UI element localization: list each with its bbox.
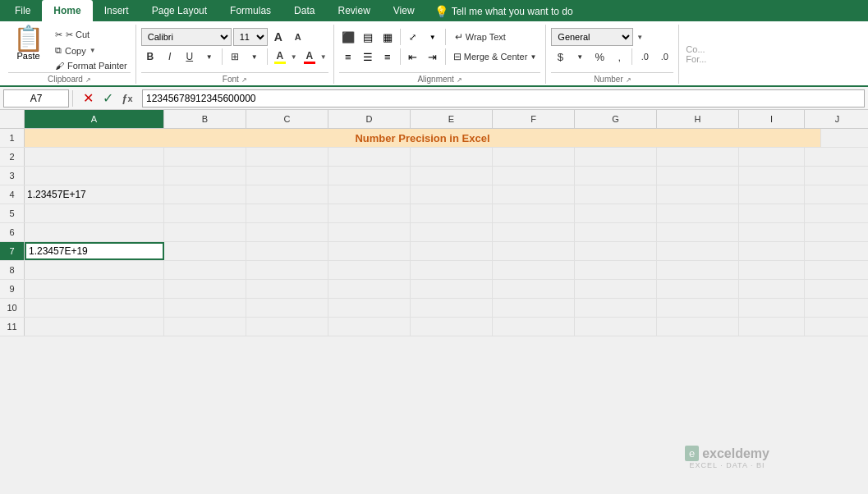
cell-g11[interactable] <box>575 318 657 336</box>
cell-f2[interactable] <box>493 148 575 166</box>
cell-c9[interactable] <box>246 280 328 298</box>
cell-d9[interactable] <box>328 280 411 298</box>
cell-f4[interactable] <box>493 185 575 204</box>
cell-a9[interactable] <box>25 280 164 298</box>
font-color-button[interactable]: A <box>301 48 319 66</box>
cell-i8[interactable] <box>739 261 805 279</box>
formula-input[interactable] <box>142 89 865 107</box>
clipboard-group-label[interactable]: Clipboard ↗ <box>8 72 131 84</box>
cell-c4[interactable] <box>246 185 328 204</box>
cell-a4[interactable]: 1.23457E+17 <box>25 185 164 204</box>
cell-j10[interactable] <box>805 299 868 317</box>
cell-c5[interactable] <box>246 204 328 222</box>
currency-dropdown[interactable]: ▼ <box>571 48 589 66</box>
cell-i10[interactable] <box>739 299 805 317</box>
cell-f11[interactable] <box>493 318 575 336</box>
decrease-decimal-button[interactable]: .0 <box>655 48 673 66</box>
cell-h2[interactable] <box>657 148 739 166</box>
cell-g8[interactable] <box>575 261 657 279</box>
col-header-f[interactable]: F <box>493 110 575 128</box>
cell-c8[interactable] <box>246 261 328 279</box>
tab-review[interactable]: Review <box>326 0 381 21</box>
align-center-button[interactable]: ☰ <box>359 48 377 66</box>
cell-j3[interactable] <box>805 167 868 185</box>
cell-c11[interactable] <box>246 318 328 336</box>
cell-j9[interactable] <box>805 280 868 298</box>
cell-g6[interactable] <box>575 223 657 241</box>
merge-center-button[interactable]: ⊟ Merge & Center ▼ <box>449 48 541 65</box>
tab-file[interactable]: File <box>3 0 42 21</box>
indent-left-button[interactable]: ⇤ <box>404 48 422 66</box>
cell-h8[interactable] <box>657 261 739 279</box>
tab-page-layout[interactable]: Page Layout <box>140 0 218 21</box>
cell-d8[interactable] <box>328 261 411 279</box>
cell-c10[interactable] <box>246 299 328 317</box>
cell-e4[interactable] <box>411 185 493 204</box>
cell-d2[interactable] <box>328 148 411 166</box>
cell-h7[interactable] <box>657 242 739 260</box>
cell-f5[interactable] <box>493 204 575 222</box>
cell-i4[interactable] <box>739 185 805 204</box>
col-header-g[interactable]: G <box>575 110 657 128</box>
cell-h6[interactable] <box>657 223 739 241</box>
tab-view[interactable]: View <box>382 0 426 21</box>
font-grow-button[interactable]: A <box>269 28 287 46</box>
italic-button[interactable]: I <box>161 48 179 66</box>
cell-g10[interactable] <box>575 299 657 317</box>
cell-b8[interactable] <box>164 261 246 279</box>
cell-e6[interactable] <box>411 223 493 241</box>
col-header-b[interactable]: B <box>164 110 246 128</box>
col-header-d[interactable]: D <box>328 110 411 128</box>
font-size-select[interactable]: 11 <box>233 28 268 46</box>
cancel-formula-icon[interactable]: ✕ <box>80 90 96 107</box>
cell-b10[interactable] <box>164 299 246 317</box>
cell-b3[interactable] <box>164 167 246 185</box>
currency-button[interactable]: $ <box>551 48 569 66</box>
cell-j8[interactable] <box>805 261 868 279</box>
align-left-button[interactable]: ≡ <box>339 48 357 66</box>
cell-a8[interactable] <box>25 261 164 279</box>
cell-j7[interactable] <box>805 242 868 260</box>
align-top-center-button[interactable]: ▤ <box>359 28 377 46</box>
cell-a6[interactable] <box>25 223 164 241</box>
font-shrink-button[interactable]: A <box>289 28 307 46</box>
underline-button[interactable]: U <box>181 48 199 66</box>
cell-a7[interactable]: 1.23457E+19 <box>25 242 164 260</box>
insert-function-icon[interactable]: ƒx <box>119 90 135 107</box>
cell-d11[interactable] <box>328 318 411 336</box>
cell-a11[interactable] <box>25 318 164 336</box>
border-dropdown[interactable]: ▼ <box>246 48 264 66</box>
cell-f8[interactable] <box>493 261 575 279</box>
cell-g5[interactable] <box>575 204 657 222</box>
number-format-dropdown[interactable]: ▼ <box>635 28 645 46</box>
cell-h9[interactable] <box>657 280 739 298</box>
tab-insert[interactable]: Insert <box>93 0 140 21</box>
cell-c6[interactable] <box>246 223 328 241</box>
cell-h10[interactable] <box>657 299 739 317</box>
tell-me-bar[interactable]: 💡 Tell me what you want to do <box>426 2 581 21</box>
indent-right-button[interactable]: ⇥ <box>424 48 442 66</box>
cell-b6[interactable] <box>164 223 246 241</box>
comma-button[interactable]: , <box>610 48 628 66</box>
align-right-button[interactable]: ≡ <box>379 48 397 66</box>
cell-i5[interactable] <box>739 204 805 222</box>
orient-button[interactable]: ⤢ <box>404 28 422 46</box>
increase-decimal-button[interactable]: .0 <box>636 48 654 66</box>
cell-g7[interactable] <box>575 242 657 260</box>
cell-h3[interactable] <box>657 167 739 185</box>
fill-color-dropdown[interactable]: ▼ <box>289 48 299 66</box>
col-header-a[interactable]: A <box>25 110 164 128</box>
cell-b11[interactable] <box>164 318 246 336</box>
tab-home[interactable]: Home <box>42 0 92 21</box>
cell-d3[interactable] <box>328 167 411 185</box>
cell-i11[interactable] <box>739 318 805 336</box>
cell-g4[interactable] <box>575 185 657 204</box>
tab-data[interactable]: Data <box>282 0 326 21</box>
cell-i6[interactable] <box>739 223 805 241</box>
number-group-label[interactable]: Number ↗ <box>551 72 673 84</box>
cell-f7[interactable] <box>493 242 575 260</box>
cell-d10[interactable] <box>328 299 411 317</box>
cell-i2[interactable] <box>739 148 805 166</box>
cell-a5[interactable] <box>25 204 164 222</box>
cell-h4[interactable] <box>657 185 739 204</box>
